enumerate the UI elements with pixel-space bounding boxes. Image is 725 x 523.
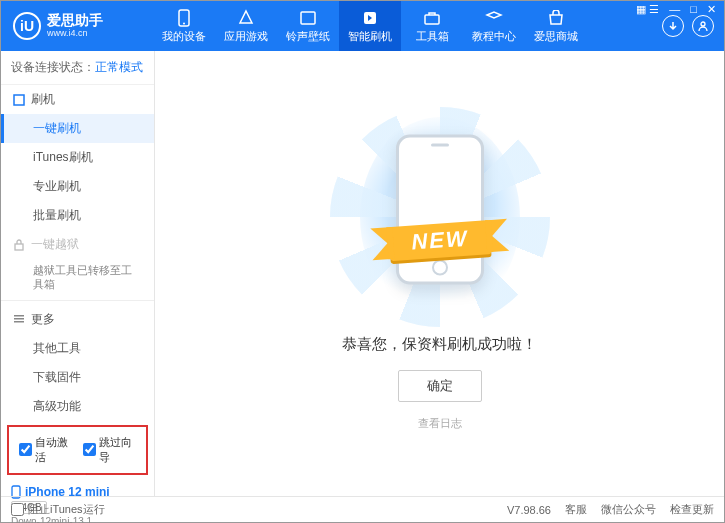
top-nav: 我的设备 应用游戏 铃声壁纸 智能刷机 工具箱 教程中心 xyxy=(153,1,662,51)
svg-rect-2 xyxy=(301,12,315,24)
main-content: NEW 恭喜您，保资料刷机成功啦！ 确定 查看日志 xyxy=(155,51,724,496)
logo-icon: iU xyxy=(13,12,41,40)
nav-store[interactable]: 爱思商城 xyxy=(525,1,587,51)
view-log-link[interactable]: 查看日志 xyxy=(418,416,462,431)
jailbreak-note: 越狱工具已转移至工具箱 xyxy=(1,259,154,296)
nav-label: 教程中心 xyxy=(472,29,516,44)
tutorial-icon xyxy=(485,9,503,27)
checkbox-block-itunes[interactable]: 阻止iTunes运行 xyxy=(11,502,105,517)
sidebar-item-download-firmware[interactable]: 下载固件 xyxy=(1,363,154,392)
success-illustration: NEW xyxy=(360,117,520,317)
window-minimize-button[interactable]: — xyxy=(667,3,682,16)
nav-toolbox[interactable]: 工具箱 xyxy=(401,1,463,51)
sidebar-section-flash[interactable]: 刷机 xyxy=(1,85,154,114)
device-status: 设备连接状态：正常模式 xyxy=(1,51,154,85)
checkbox-auto-activate[interactable]: 自动激活 xyxy=(19,435,73,465)
nav-label: 爱思商城 xyxy=(534,29,578,44)
nav-my-device[interactable]: 我的设备 xyxy=(153,1,215,51)
svg-rect-8 xyxy=(14,315,24,317)
sidebar-item-itunes-flash[interactable]: iTunes刷机 xyxy=(1,143,154,172)
nav-label: 铃声壁纸 xyxy=(286,29,330,44)
svg-rect-6 xyxy=(14,95,24,105)
svg-rect-10 xyxy=(14,321,24,323)
footer-update-link[interactable]: 检查更新 xyxy=(670,502,714,517)
svg-rect-7 xyxy=(15,244,23,250)
app-url: www.i4.cn xyxy=(47,29,103,39)
sidebar-item-advanced[interactable]: 高级功能 xyxy=(1,392,154,421)
window-menu-button[interactable]: ▦ ☰ xyxy=(634,3,661,16)
store-icon xyxy=(547,9,565,27)
window-maximize-button[interactable]: □ xyxy=(688,3,699,16)
sidebar: 设备连接状态：正常模式 刷机 一键刷机 iTunes刷机 专业刷机 批量刷机 一… xyxy=(1,51,155,496)
sidebar-item-pro-flash[interactable]: 专业刷机 xyxy=(1,172,154,201)
titlebar: iU 爱思助手 www.i4.cn 我的设备 应用游戏 铃声壁纸 智能刷机 xyxy=(1,1,724,51)
toolbox-icon xyxy=(423,9,441,27)
sidebar-item-other-tools[interactable]: 其他工具 xyxy=(1,334,154,363)
titlebar-right xyxy=(662,15,724,37)
download-button[interactable] xyxy=(662,15,684,37)
sidebar-item-batch-flash[interactable]: 批量刷机 xyxy=(1,201,154,230)
nav-apps-games[interactable]: 应用游戏 xyxy=(215,1,277,51)
nav-ringtones-wallpapers[interactable]: 铃声壁纸 xyxy=(277,1,339,51)
more-icon xyxy=(13,313,25,325)
status-mode: 正常模式 xyxy=(95,60,143,74)
footer-service-link[interactable]: 客服 xyxy=(565,502,587,517)
checkbox-skip-guide-input[interactable] xyxy=(83,443,96,456)
flash-icon xyxy=(361,9,379,27)
sidebar-section-more[interactable]: 更多 xyxy=(1,305,154,334)
version-label: V7.98.66 xyxy=(507,504,551,516)
nav-label: 工具箱 xyxy=(416,29,449,44)
checkbox-block-itunes-input[interactable] xyxy=(11,503,24,516)
footer-wechat-link[interactable]: 微信公众号 xyxy=(601,502,656,517)
svg-point-1 xyxy=(183,22,185,24)
window-close-button[interactable]: ✕ xyxy=(705,3,718,16)
wallpaper-icon xyxy=(299,9,317,27)
new-ribbon: NEW xyxy=(388,220,491,261)
sidebar-item-onekey-flash[interactable]: 一键刷机 xyxy=(1,114,154,143)
app-name: 爱思助手 xyxy=(47,13,103,28)
lock-icon xyxy=(13,239,25,251)
checkbox-skip-guide[interactable]: 跳过向导 xyxy=(83,435,137,465)
svg-point-5 xyxy=(701,22,705,26)
app-logo: iU 爱思助手 www.i4.cn xyxy=(13,12,153,40)
nav-tutorials[interactable]: 教程中心 xyxy=(463,1,525,51)
user-button[interactable] xyxy=(692,15,714,37)
app-window: ▦ ☰ — □ ✕ iU 爱思助手 www.i4.cn 我的设备 应用游戏 铃声… xyxy=(0,0,725,523)
footer: 阻止iTunes运行 V7.98.66 客服 微信公众号 检查更新 xyxy=(1,496,724,522)
svg-rect-9 xyxy=(14,318,24,320)
success-message: 恭喜您，保资料刷机成功啦！ xyxy=(342,335,537,354)
checkbox-auto-activate-input[interactable] xyxy=(19,443,32,456)
sidebar-section-jailbreak: 一键越狱 xyxy=(1,230,154,259)
nav-label: 我的设备 xyxy=(162,29,206,44)
phone-icon xyxy=(175,9,193,27)
body: 设备连接状态：正常模式 刷机 一键刷机 iTunes刷机 专业刷机 批量刷机 一… xyxy=(1,51,724,496)
nav-label: 应用游戏 xyxy=(224,29,268,44)
nav-smart-flash[interactable]: 智能刷机 xyxy=(339,1,401,51)
nav-label: 智能刷机 xyxy=(348,29,392,44)
apps-icon xyxy=(237,9,255,27)
window-controls: ▦ ☰ — □ ✕ xyxy=(634,3,718,16)
svg-rect-4 xyxy=(425,15,439,24)
flash-section-icon xyxy=(13,94,25,106)
options-highlight: 自动激活 跳过向导 xyxy=(7,425,148,475)
ok-button[interactable]: 确定 xyxy=(398,370,482,402)
